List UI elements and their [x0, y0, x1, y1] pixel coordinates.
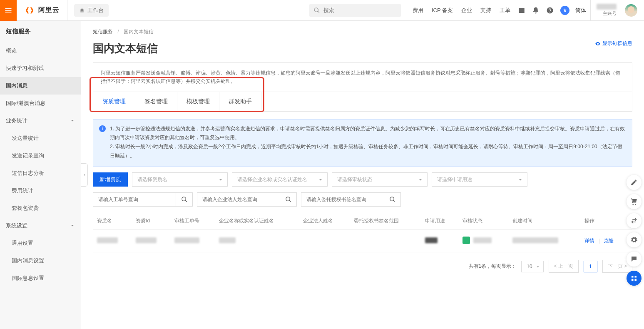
cell-masked	[425, 237, 438, 243]
sidebar-item[interactable]: 套餐包资费	[0, 199, 81, 217]
chat-icon	[630, 255, 638, 263]
search-auth-input[interactable]	[301, 192, 384, 207]
action-detail[interactable]: 详情	[584, 238, 594, 244]
assistant-icon[interactable]	[560, 6, 569, 15]
sidebar-item[interactable]: 快速学习和测试	[0, 60, 81, 77]
sidebar-item[interactable]: 短信日志分析	[0, 164, 81, 182]
account-block[interactable]: 主账号	[590, 0, 622, 21]
pencil-icon	[630, 179, 638, 186]
search-ticket-button[interactable]	[176, 192, 193, 207]
search-legal-input[interactable]	[197, 192, 280, 207]
search-legal-button[interactable]	[280, 192, 297, 207]
show-dingtalk-link[interactable]: 显示钉群信息	[595, 40, 632, 47]
sidebar-item[interactable]: 发送记录查询	[0, 147, 81, 164]
cell-masked	[473, 237, 492, 243]
account-sub: 主账号	[597, 10, 617, 17]
tab-signature[interactable]: 签名管理	[135, 92, 177, 111]
select-qualification-name[interactable]: 请选择资质名	[132, 172, 228, 187]
table-row: 详情 | 克隆	[93, 230, 632, 252]
lang-switch[interactable]: 简体	[575, 7, 586, 14]
workbench-label: 工作台	[87, 7, 104, 14]
sidebar-item[interactable]: 系统设置	[0, 217, 81, 234]
tab-template[interactable]: 模板管理	[177, 92, 219, 111]
search-row	[93, 192, 632, 207]
global-search-input[interactable]	[309, 4, 401, 17]
pager-size-select[interactable]: 10	[521, 261, 543, 272]
info-line-1: 1. 为了进一步管控违法违规短信的发送，并参考运营商实名发送短信的要求，申请签名…	[110, 125, 625, 142]
sidebar-item[interactable]: 国际/港澳台消息	[0, 95, 81, 112]
sidebar-item[interactable]: 国内消息设置	[0, 252, 81, 269]
search-ticket-input[interactable]	[93, 192, 176, 207]
table-header: 资质Id	[132, 212, 170, 230]
sidebar-item[interactable]: 发送量统计	[0, 130, 81, 147]
hamburger-menu[interactable]	[0, 0, 17, 21]
sidebar-item[interactable]: 费用统计	[0, 182, 81, 199]
tab-batch[interactable]: 群发助手	[219, 92, 261, 111]
warning-box: 阿里云短信服务严禁发送金融营销、赌博、诈骗、涉黄、色情、暴力等违规信息，如您的阿…	[93, 62, 632, 92]
table-header: 企业名称或实名认证姓名	[215, 212, 299, 230]
dock-edit[interactable]	[627, 175, 642, 190]
search-icon	[181, 196, 188, 203]
table-header: 审核工单号	[170, 212, 214, 230]
search-auth-button[interactable]	[384, 192, 401, 207]
brand-icon	[24, 6, 35, 15]
status-badge	[462, 237, 492, 244]
new-qualification-button[interactable]: 新增资质	[93, 172, 128, 187]
chevron-down-icon	[518, 177, 523, 182]
action-clone[interactable]: 克隆	[604, 238, 614, 244]
select-enterprise-name[interactable]: 请选择企业名称或实名认证姓名	[232, 172, 328, 187]
pager-prev[interactable]: < 上一页	[549, 260, 579, 273]
top-link-icp[interactable]: ICP 备案	[432, 7, 453, 14]
dock-experience[interactable]	[627, 213, 642, 228]
page-title: 国内文本短信	[93, 41, 632, 56]
filter-row: 新增资质 请选择资质名 请选择企业名称或实名认证姓名 请选择审核状态 请选择申请…	[93, 172, 632, 187]
global-search	[309, 4, 401, 17]
cell-masked	[136, 237, 157, 243]
cloudshell-icon[interactable]	[518, 7, 525, 14]
table-header: 创建时间	[508, 212, 580, 230]
cart-icon	[630, 198, 638, 205]
bell-icon[interactable]	[532, 7, 540, 14]
chevron-down-icon	[218, 177, 223, 182]
sidebar-item[interactable]: 通用设置	[0, 234, 81, 252]
search-icon	[285, 196, 292, 203]
dock-chat[interactable]	[627, 252, 642, 267]
top-link-fee[interactable]: 费用	[413, 7, 423, 14]
info-box: i 1. 为了进一步管控违法违规短信的发送，并参考运营商实名发送短信的要求，申请…	[93, 119, 632, 167]
top-link-support[interactable]: 支持	[480, 7, 491, 14]
tab-qualification[interactable]: 资质管理	[93, 92, 135, 111]
dock-settings[interactable]	[627, 232, 642, 247]
avatar[interactable]	[625, 4, 637, 17]
brand[interactable]: 阿里云	[17, 0, 67, 20]
chevron-down-icon	[418, 177, 423, 182]
top-link-ticket[interactable]: 工单	[500, 7, 510, 14]
chevron-down-icon	[70, 118, 75, 123]
select-usage[interactable]: 请选择申请用途	[432, 172, 527, 187]
search-ticket	[93, 192, 193, 207]
sidebar-item[interactable]: 国内消息	[0, 77, 81, 95]
table-header: 申请用途	[421, 212, 458, 230]
top-bar: 阿里云 工作台 费用 ICP 备案 企业 支持 工单 简体 主账号	[0, 0, 644, 21]
top-icons: 简体	[515, 6, 586, 15]
search-icon	[313, 7, 320, 14]
pager-page-1[interactable]: 1	[584, 261, 597, 272]
dock-cart[interactable]	[627, 194, 642, 209]
tabs-wrap: 资质管理 签名管理 模板管理 群发助手	[93, 92, 632, 112]
table-header: 操作	[580, 212, 632, 230]
sidebar-item[interactable]: 业务统计	[0, 112, 81, 130]
top-link-enterprise[interactable]: 企业	[461, 7, 472, 14]
workbench-button[interactable]: 工作台	[74, 4, 109, 17]
sidebar-item[interactable]: 概览	[0, 42, 81, 60]
crumb-sep: /	[117, 29, 119, 35]
gear-icon	[630, 236, 638, 244]
tabs: 资质管理 签名管理 模板管理 群发助手	[93, 92, 632, 112]
select-audit-status[interactable]: 请选择审核状态	[332, 172, 428, 187]
search-auth	[301, 192, 401, 207]
sidebar-item[interactable]: 国际息息设置	[0, 269, 81, 287]
sidebar: 短信服务 概览快速学习和测试国内消息国际/港澳台消息业务统计发送量统计发送记录查…	[0, 21, 81, 329]
pager: 共有1条，每页显示： 10 < 上一页 1 下一页 >	[93, 260, 632, 273]
dock-apps[interactable]	[627, 271, 642, 286]
help-icon[interactable]	[546, 7, 554, 14]
crumb-root[interactable]: 短信服务	[93, 29, 113, 35]
home-icon	[79, 7, 85, 13]
